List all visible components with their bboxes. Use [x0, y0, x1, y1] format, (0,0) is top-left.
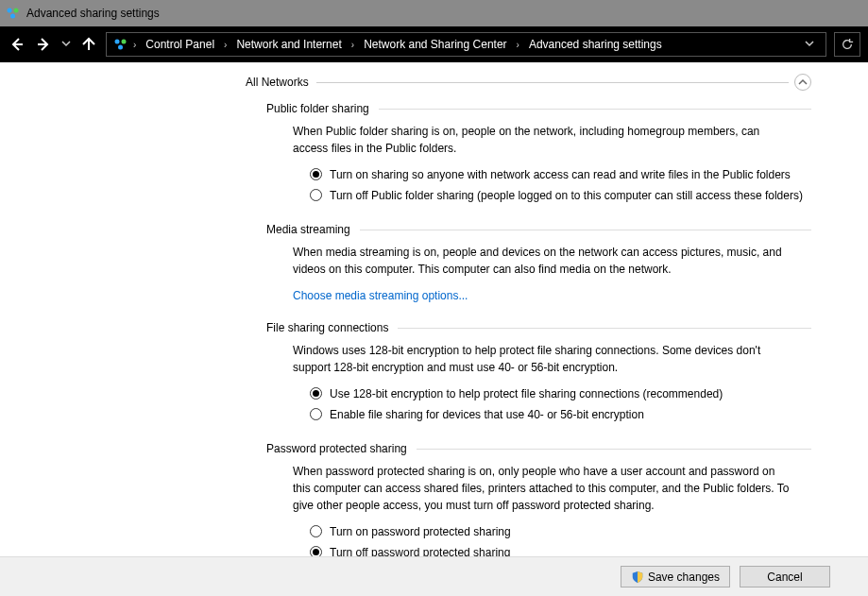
- svg-point-0: [8, 9, 12, 13]
- radio-40-56bit[interactable]: Enable file sharing for devices that use…: [310, 406, 811, 423]
- chevron-right-icon: ›: [349, 40, 356, 50]
- section-description: When media streaming is on, people and d…: [293, 244, 792, 278]
- divider: [360, 230, 811, 230]
- media-options-link[interactable]: Choose media streaming options...: [293, 289, 468, 302]
- svg-point-2: [10, 14, 15, 19]
- section-label: File sharing connections: [266, 321, 398, 334]
- back-button[interactable]: [8, 35, 26, 54]
- collapse-icon[interactable]: [794, 74, 811, 91]
- chevron-right-icon: ›: [131, 40, 138, 50]
- section-media-streaming: Media streaming: [266, 223, 811, 236]
- chevron-right-icon: ›: [222, 40, 229, 50]
- section-file-sharing: File sharing connections: [266, 321, 811, 334]
- radio-icon[interactable]: [310, 387, 322, 400]
- section-description: When password protected sharing is on, o…: [293, 463, 792, 514]
- breadcrumb-item[interactable]: Network and Internet: [230, 35, 347, 54]
- radio-label: Turn on password protected sharing: [330, 523, 511, 540]
- cancel-button[interactable]: Cancel: [740, 566, 830, 587]
- button-label: Save changes: [648, 570, 720, 584]
- button-label: Cancel: [767, 570, 802, 584]
- breadcrumb-item[interactable]: Network and Sharing Center: [358, 35, 512, 54]
- divider: [417, 449, 811, 450]
- svg-point-6: [115, 40, 120, 44]
- breadcrumb[interactable]: › Control Panel › Network and Internet ›…: [106, 32, 826, 57]
- radio-password-off[interactable]: Turn off password protected sharing: [310, 544, 811, 556]
- radio-label: Use 128-bit encryption to help protect f…: [330, 385, 723, 402]
- radio-icon[interactable]: [310, 546, 322, 556]
- section-label: Password protected sharing: [266, 442, 417, 455]
- radio-icon[interactable]: [310, 408, 322, 420]
- divider: [398, 328, 811, 329]
- svg-point-7: [122, 40, 127, 44]
- network-sharing-icon: [112, 37, 129, 52]
- divider: [379, 109, 811, 110]
- section-label: Media streaming: [266, 223, 360, 236]
- section-description: Windows uses 128-bit encryption to help …: [293, 342, 792, 376]
- section-public-folder: Public folder sharing: [266, 102, 811, 115]
- group-header-all-networks[interactable]: All Networks: [246, 74, 811, 91]
- forward-button[interactable]: [34, 35, 53, 54]
- shield-icon: [631, 570, 644, 584]
- navbar: › Control Panel › Network and Internet ›…: [0, 26, 868, 62]
- radio-password-on[interactable]: Turn on password protected sharing: [310, 523, 811, 540]
- radio-public-on[interactable]: Turn on sharing so anyone with network a…: [310, 166, 811, 183]
- content-area: All Networks Public folder sharing When …: [0, 62, 868, 556]
- refresh-button[interactable]: [834, 32, 860, 57]
- network-sharing-icon: [6, 6, 21, 21]
- section-description: When Public folder sharing is on, people…: [293, 123, 792, 157]
- svg-point-1: [14, 9, 19, 13]
- breadcrumb-item[interactable]: Control Panel: [140, 35, 220, 54]
- radio-icon[interactable]: [310, 525, 322, 537]
- section-label: Public folder sharing: [266, 102, 379, 115]
- recent-dropdown[interactable]: [60, 39, 72, 50]
- chevron-right-icon: ›: [515, 40, 521, 50]
- radio-public-off[interactable]: Turn off Public folder sharing (people l…: [310, 187, 811, 204]
- titlebar: Advanced sharing settings: [0, 0, 868, 26]
- chevron-down-icon[interactable]: [799, 39, 820, 50]
- breadcrumb-item[interactable]: Advanced sharing settings: [523, 35, 668, 54]
- section-password-sharing: Password protected sharing: [266, 442, 811, 455]
- radio-icon[interactable]: [310, 168, 322, 180]
- svg-point-8: [118, 45, 123, 50]
- radio-label: Turn off password protected sharing: [330, 544, 510, 556]
- radio-label: Enable file sharing for devices that use…: [330, 406, 644, 423]
- radio-icon[interactable]: [310, 189, 322, 201]
- window-title: Advanced sharing settings: [26, 7, 160, 20]
- divider: [316, 82, 789, 83]
- radio-label: Turn off Public folder sharing (people l…: [330, 187, 803, 204]
- footer-bar: Save changes Cancel: [0, 556, 868, 596]
- group-title: All Networks: [246, 76, 316, 89]
- up-button[interactable]: [79, 35, 98, 54]
- radio-label: Turn on sharing so anyone with network a…: [330, 166, 791, 183]
- radio-128bit[interactable]: Use 128-bit encryption to help protect f…: [310, 385, 811, 402]
- save-changes-button[interactable]: Save changes: [621, 566, 730, 587]
